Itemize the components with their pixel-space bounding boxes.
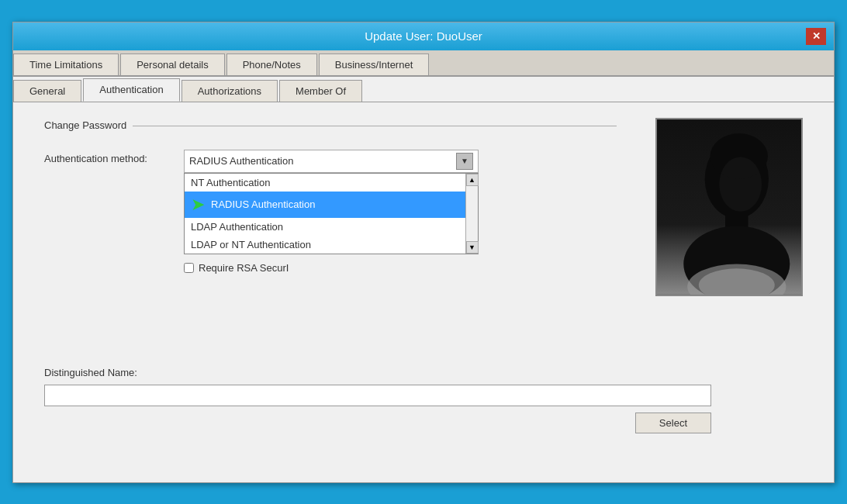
dropdown-item-ldap[interactable]: LDAP Authentication bbox=[185, 218, 465, 236]
tab-time-limitations[interactable]: Time Limitations bbox=[13, 54, 119, 75]
tab-business-internet[interactable]: Business/Internet bbox=[319, 54, 429, 75]
tab-row-2: General Authentication Authorizations Me… bbox=[13, 76, 834, 102]
window-title: Update User: DuoUser bbox=[41, 29, 806, 43]
scrollbar-up-button[interactable]: ▲ bbox=[466, 174, 479, 186]
selection-arrow-icon: ➤ bbox=[191, 195, 205, 215]
tab-phone-notes[interactable]: Phone/Notes bbox=[226, 54, 317, 75]
auth-method-dropdown[interactable]: RADIUS Authentication ▼ bbox=[184, 150, 479, 173]
distinguished-name-section: Distinguished Name: Select bbox=[44, 367, 803, 433]
select-button[interactable]: Select bbox=[635, 413, 711, 433]
dropdown-arrow-icon[interactable]: ▼ bbox=[456, 153, 473, 170]
require-rsa-label: Require RSA SecurI bbox=[199, 262, 289, 274]
auth-method-control: RADIUS Authentication ▼ NT Authenticatio… bbox=[184, 150, 617, 274]
tab-member-of[interactable]: Member Of bbox=[279, 80, 362, 102]
title-bar: Update User: DuoUser ✕ bbox=[13, 22, 834, 50]
auth-method-label: Authentication method: bbox=[44, 150, 184, 164]
auth-method-row: Authentication method: RADIUS Authentica… bbox=[44, 150, 617, 274]
main-window: Update User: DuoUser ✕ Time Limitations … bbox=[12, 22, 835, 483]
tab-general[interactable]: General bbox=[13, 80, 81, 102]
auth-method-dropdown-list: NT Authentication ➤ RADIUS Authenticatio… bbox=[184, 173, 479, 254]
photo-silhouette bbox=[657, 119, 801, 295]
select-button-row: Select bbox=[44, 413, 711, 433]
dropdown-items: NT Authentication ➤ RADIUS Authenticatio… bbox=[185, 174, 465, 254]
content-area: Change Password Authentication method: R… bbox=[13, 102, 834, 482]
dropdown-scrollbar: ▲ ▼ bbox=[465, 174, 478, 254]
dropdown-item-nt[interactable]: NT Authentication bbox=[185, 174, 465, 192]
tab-personal-details[interactable]: Personal details bbox=[120, 54, 225, 75]
tab-authorizations[interactable]: Authorizations bbox=[182, 80, 278, 102]
dropdown-item-radius[interactable]: ➤ RADIUS Authentication bbox=[185, 192, 465, 218]
change-password-legend: Change Password bbox=[44, 119, 133, 131]
require-rsa-checkbox[interactable] bbox=[184, 263, 194, 273]
tab-row-1: Time Limitations Personal details Phone/… bbox=[13, 50, 834, 76]
close-button[interactable]: ✕ bbox=[806, 28, 826, 45]
tab-authentication[interactable]: Authentication bbox=[83, 78, 179, 102]
distinguished-name-input[interactable] bbox=[44, 385, 711, 406]
scrollbar-down-button[interactable]: ▼ bbox=[466, 241, 479, 254]
dropdown-item-ldap-nt[interactable]: LDAP or NT Authentication bbox=[185, 236, 465, 254]
svg-point-6 bbox=[719, 157, 762, 211]
distinguished-name-label: Distinguished Name: bbox=[44, 367, 803, 378]
user-photo bbox=[655, 118, 803, 296]
change-password-section: Change Password Authentication method: R… bbox=[44, 126, 617, 274]
require-rsa-row: Require RSA SecurI bbox=[184, 262, 617, 274]
auth-method-selected-text: RADIUS Authentication bbox=[189, 155, 453, 167]
